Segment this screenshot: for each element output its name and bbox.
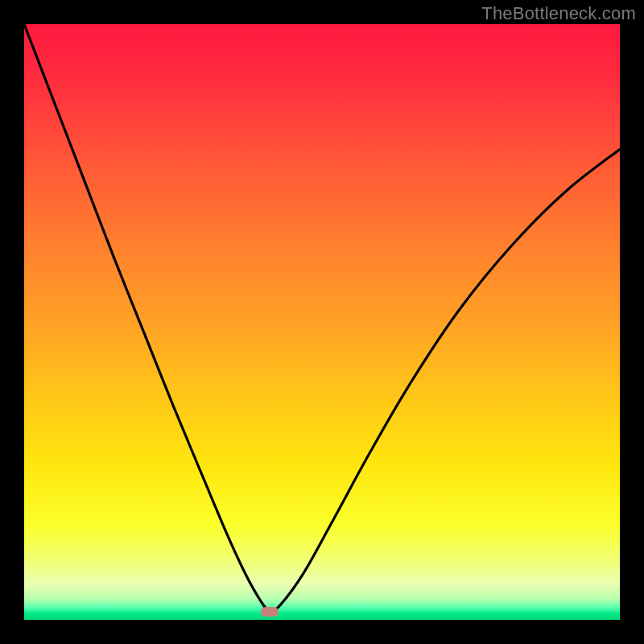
- bottleneck-curve: [24, 24, 620, 620]
- watermark-text: TheBottleneck.com: [481, 3, 636, 24]
- chart-frame: TheBottleneck.com: [0, 0, 644, 644]
- curve-path: [24, 24, 620, 612]
- minimum-marker: [261, 607, 279, 617]
- plot-area: [24, 24, 620, 620]
